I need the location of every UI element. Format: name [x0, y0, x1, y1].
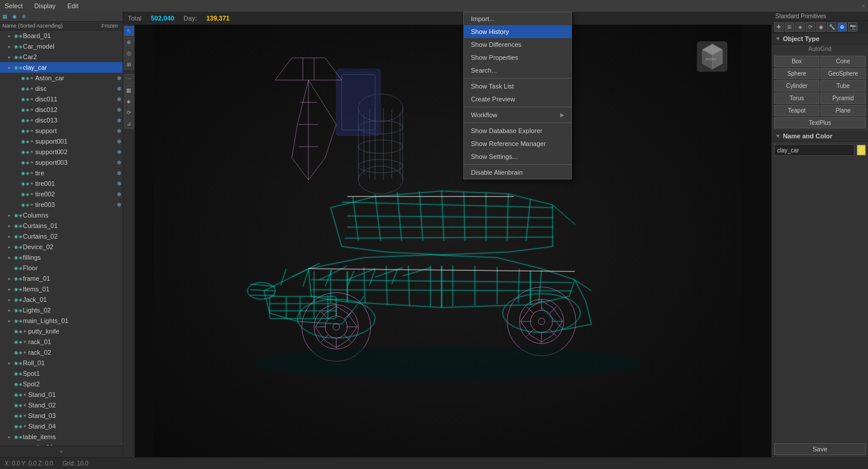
list-item[interactable]: ◉ ◈ ✦ tire003 ❄	[0, 199, 123, 210]
list-item[interactable]: ◉ ◈ ✦ tire002 ❄	[0, 189, 123, 199]
list-item[interactable]: ▸ ◉ ◈ fillings	[0, 252, 123, 263]
list-item[interactable]: ▸ ◉ ◈ Car_model	[0, 41, 123, 52]
list-item[interactable]: ▸ ◉ ◈ Board_01	[0, 30, 123, 41]
context-menu-item[interactable]: Show Differences	[464, 38, 571, 51]
tool9[interactable]: ⊿	[124, 118, 134, 129]
color-swatch[interactable]	[857, 145, 866, 155]
list-item[interactable]: ◉ ◈ ✦ disc ❄	[0, 83, 123, 94]
item-label: disc012	[35, 106, 117, 113]
list-item[interactable]: ▸ ◉ ◈ Items_01	[0, 284, 123, 294]
name-color-header[interactable]: ▼ Name and Color	[772, 131, 868, 142]
rp-icon-5[interactable]: ◉	[816, 22, 826, 32]
obj-type-button[interactable]: Cone	[820, 56, 866, 67]
list-item[interactable]: ◉ ◈ ✦ support001 ❄	[0, 136, 123, 147]
rp-icon-8[interactable]: 📷	[848, 22, 857, 32]
rp-icon-4[interactable]: ⟳	[806, 22, 815, 32]
context-menu-item[interactable]: Disable Alienbrain	[464, 166, 571, 179]
list-item[interactable]: ◉ ◈ ✦ support003 ❄	[0, 157, 123, 168]
list-item[interactable]: ◉ ◈ ✦ Stand_01	[0, 389, 123, 400]
context-menu-item[interactable]: Show Properties	[464, 51, 571, 64]
viewport-area[interactable]: Total 502,040 Day: 139,371 ↖ ⊕ ◎ ⊞ ⋯ ▦ ◈…	[123, 12, 771, 457]
list-item[interactable]: ◉ ◈ Spot2	[0, 379, 123, 389]
list-item[interactable]: ▸ ◉ ◈ Curtains_01	[0, 220, 123, 231]
rp-icon-3[interactable]: ◈	[795, 22, 805, 32]
rp-icon-1[interactable]: ✚	[774, 22, 784, 32]
close-icon[interactable]: ✕	[861, 3, 866, 9]
menu-edit[interactable]: Edit	[65, 1, 81, 11]
vis-icon: ◉	[14, 339, 18, 345]
geo-icon: ◈	[19, 223, 22, 229]
save-button[interactable]: Save	[774, 443, 866, 455]
tool5[interactable]: ⋯	[124, 74, 134, 84]
context-menu-item[interactable]: Import...	[464, 12, 571, 25]
obj-type-button[interactable]: Pyramid	[820, 93, 866, 104]
context-menu-item[interactable]: Workflow ▶	[464, 108, 571, 121]
context-menu-item[interactable]: Show Database Explorer	[464, 124, 571, 137]
obj-type-button[interactable]: Teapot	[774, 105, 819, 116]
list-item[interactable]: ◉ ◈ ✦ putty_knife	[0, 326, 123, 337]
textplus-button[interactable]: TextPlus	[774, 117, 866, 128]
list-item[interactable]: ▸ ◉ ◈ clay_car	[0, 62, 123, 73]
list-item[interactable]: ◉ ◈ ✦ disc012 ❄	[0, 104, 123, 115]
context-menu-item[interactable]: Create Preview	[464, 93, 571, 106]
scale-tool[interactable]: ⊞	[124, 59, 134, 70]
list-item[interactable]: ▸ ◉ ◈ Lights_02	[0, 305, 123, 315]
list-item[interactable]: ◉ ◈ Floor	[0, 263, 123, 273]
vis-icon: ◉	[14, 361, 18, 366]
list-item[interactable]: ◉ ◈ ✦ disc013 ❄	[0, 115, 123, 125]
name-input-field[interactable]	[774, 144, 855, 156]
obj-type-button[interactable]: GeoSphere	[820, 68, 866, 79]
list-item[interactable]: ◉ ◈ ✦ rack_01	[0, 337, 123, 347]
context-menu-item[interactable]: Show History	[464, 25, 571, 38]
list-item[interactable]: ▸ ◉ ◈ Roll_01	[0, 358, 123, 368]
vis-icon: ◉	[14, 413, 18, 419]
obj-type-button[interactable]: Cylinder	[774, 80, 819, 91]
context-menu-item[interactable]: Search...	[464, 64, 571, 77]
rp-icon-6[interactable]: 🔧	[827, 22, 836, 32]
list-item[interactable]: ▸ ◉ ◈ Columns	[0, 210, 123, 220]
list-item[interactable]: ◉ ◈ ✦ tire001 ❄	[0, 178, 123, 189]
list-item[interactable]: ◉ ◈ ✦ Aston_car ❄	[0, 73, 123, 83]
list-item[interactable]: ▸ ◉ ◈ Jack_01	[0, 294, 123, 305]
list-item[interactable]: ▸ ◉ ◈ frame_01	[0, 273, 123, 284]
list-item[interactable]: ▸ ◉ ◈ Car2	[0, 52, 123, 62]
menu-separator	[464, 107, 571, 107]
list-item[interactable]: ▸ ◉ ◈ table_items	[0, 431, 123, 442]
list-item[interactable]: ◉ ◈ ✦ support002 ❄	[0, 147, 123, 157]
menu-select[interactable]: Select	[2, 1, 25, 11]
rp-icon-7[interactable]: ⊕	[838, 22, 847, 32]
obj-type-button[interactable]: Tube	[820, 80, 866, 91]
viewport-canvas[interactable]: FRONT	[123, 25, 771, 457]
list-item[interactable]: ▸ ◉ ◈ Curtains_02	[0, 231, 123, 242]
tool7[interactable]: ◈	[124, 96, 134, 107]
context-menu-item[interactable]: Show Settings...	[464, 150, 571, 163]
obj-type-button[interactable]: Box	[774, 56, 819, 67]
list-item[interactable]: ◉ ◈ Spot1	[0, 368, 123, 379]
list-item[interactable]: ◉ ◈ ✦ tire ❄	[0, 168, 123, 178]
list-item[interactable]: ▸ ◉ ◈ main_Lights_01	[0, 315, 123, 326]
context-menu-item[interactable]: Show Reference Manager	[464, 137, 571, 150]
list-item[interactable]: ◉ ◈ ✦ support ❄	[0, 125, 123, 136]
geo-icon: ◈	[19, 287, 22, 292]
list-item[interactable]: ◉ ◈ ✦ disc011 ❄	[0, 94, 123, 104]
list-item[interactable]: ◉ ◈ ✦ Stand_02	[0, 400, 123, 410]
rotate-tool[interactable]: ◎	[124, 48, 134, 59]
obj-type-button[interactable]: Torus	[774, 93, 819, 104]
obj-type-button[interactable]: Sphere	[774, 68, 819, 79]
tool8[interactable]: ⟳	[124, 107, 134, 118]
obj-type-button[interactable]: Plane	[820, 105, 866, 116]
object-type-header[interactable]: ▼ Object Type	[772, 33, 868, 45]
list-item[interactable]: ▸ ◉ ◈ Device_02	[0, 242, 123, 252]
item-label: Car_model	[23, 43, 121, 50]
autogrid-label: AutoGrid	[772, 45, 868, 53]
list-item[interactable]: ◉ ◈ ✦ Stand_03	[0, 410, 123, 421]
context-menu-item[interactable]: Show Task List	[464, 80, 571, 93]
geo-icon: ◈	[19, 350, 22, 355]
menu-display[interactable]: Display	[32, 1, 58, 11]
list-item[interactable]: ◉ ◈ ✦ rack_02	[0, 347, 123, 358]
tool6[interactable]: ▦	[124, 85, 134, 96]
list-item[interactable]: ◉ ◈ ✦ Stand_04	[0, 421, 123, 431]
move-tool[interactable]: ⊕	[124, 37, 134, 47]
rp-icon-2[interactable]: ⊞	[785, 22, 794, 32]
select-tool[interactable]: ↖	[124, 26, 134, 36]
